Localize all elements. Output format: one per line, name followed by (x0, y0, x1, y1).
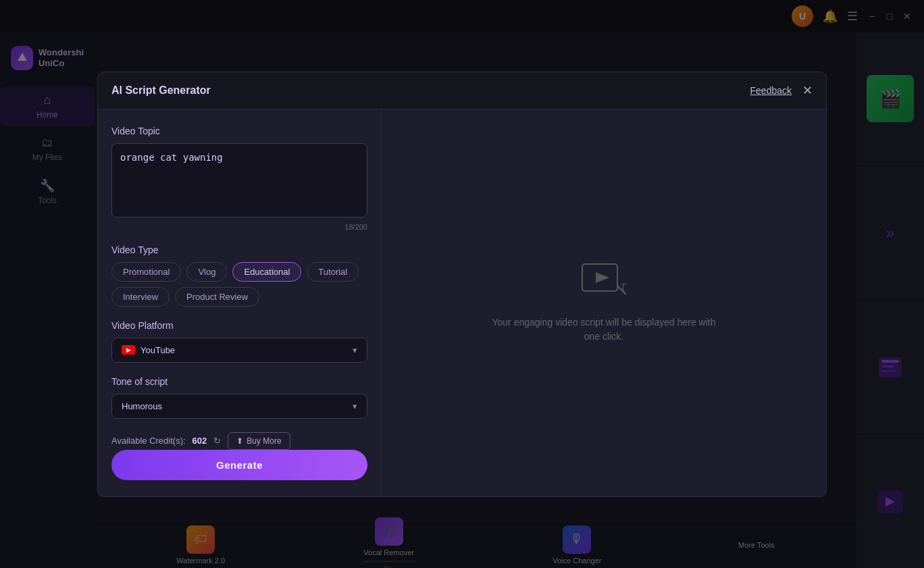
video-topic-label: Video Topic (111, 126, 367, 136)
chip-vlog[interactable]: Vlog (186, 262, 227, 282)
tone-dropdown[interactable]: Humorous ▾ (111, 394, 367, 419)
svg-text:T: T (620, 282, 627, 293)
chip-interview[interactable]: Interview (111, 287, 170, 307)
svg-marker-7 (596, 272, 609, 283)
modal-overlay: AI Script Generator Feedback ✕ Video Top… (0, 0, 924, 568)
credits-row: Available Credit(s): 602 ↻ ⬆ Buy More (111, 432, 367, 450)
platform-dropdown[interactable]: ▶ YouTube ▾ (111, 338, 367, 363)
char-count: 18/200 (111, 223, 367, 231)
modal-left-panel: Video Topic orange cat yawning 18/200 Vi… (98, 109, 382, 496)
chip-educational[interactable]: Educational (232, 262, 301, 282)
platform-dropdown-left: ▶ YouTube (122, 345, 175, 355)
video-topic-input[interactable]: orange cat yawning (111, 143, 367, 217)
buy-more-icon: ⬆ (236, 436, 243, 446)
modal-title: AI Script Generator (111, 84, 211, 97)
tone-chevron-down-icon: ▾ (353, 401, 357, 411)
platform-selected: YouTube (140, 345, 175, 355)
chip-tutorial[interactable]: Tutorial (307, 262, 359, 282)
generate-button[interactable]: Generate (111, 450, 367, 480)
modal-header-right: Feedback ✕ (750, 83, 813, 98)
preview-placeholder-icon: T (577, 261, 631, 302)
refresh-icon[interactable]: ↻ (213, 436, 221, 446)
youtube-icon: ▶ (122, 345, 135, 355)
credits-generate-section: Available Credit(s): 602 ↻ ⬆ Buy More Ge… (111, 432, 367, 480)
chip-product-review[interactable]: Product Review (175, 287, 259, 307)
modal-header: AI Script Generator Feedback ✕ (98, 72, 826, 109)
video-type-section: Video Type Promotional Vlog Educational … (111, 244, 367, 307)
video-type-label: Video Type (111, 244, 367, 255)
modal-body: Video Topic orange cat yawning 18/200 Vi… (98, 109, 826, 496)
preview-placeholder-text: Your engaging video script will be displ… (489, 315, 719, 344)
modal-close-button[interactable]: ✕ (802, 83, 813, 98)
buy-more-button[interactable]: ⬆ Buy More (228, 432, 290, 450)
feedback-link[interactable]: Feedback (750, 85, 792, 96)
tone-label: Tone of script (111, 376, 367, 387)
video-topic-section: Video Topic orange cat yawning 18/200 (111, 126, 367, 231)
tone-section: Tone of script Humorous ▾ (111, 376, 367, 419)
tone-selected: Humorous (122, 401, 162, 411)
ai-script-modal: AI Script Generator Feedback ✕ Video Top… (97, 72, 827, 497)
credits-label: Available Credit(s): (111, 436, 186, 446)
modal-right-panel: T Your engaging video script will be dis… (382, 109, 826, 496)
credits-value: 602 (192, 436, 207, 446)
chip-promotional[interactable]: Promotional (111, 262, 181, 282)
buy-more-label: Buy More (247, 436, 281, 446)
video-platform-section: Video Platform ▶ YouTube ▾ (111, 320, 367, 363)
video-type-chips: Promotional Vlog Educational Tutorial In… (111, 262, 367, 307)
platform-chevron-down-icon: ▾ (353, 345, 357, 355)
video-platform-label: Video Platform (111, 320, 367, 331)
